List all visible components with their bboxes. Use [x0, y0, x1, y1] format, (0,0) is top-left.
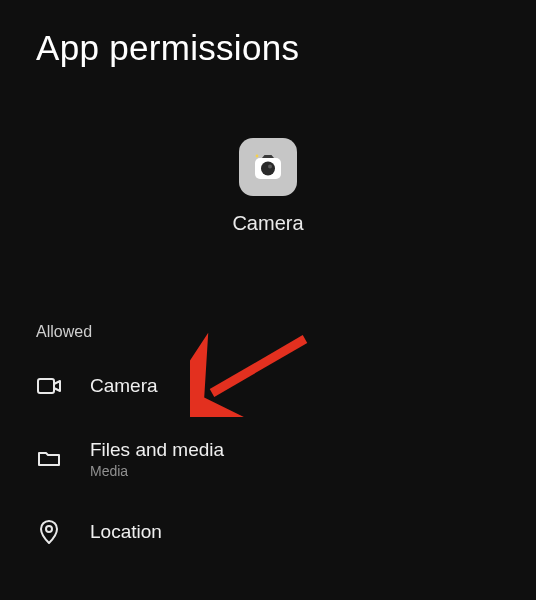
permission-sublabel: Media — [90, 463, 224, 479]
svg-rect-4 — [38, 379, 54, 393]
section-label-allowed: Allowed — [0, 323, 536, 341]
folder-icon — [36, 446, 62, 472]
app-icon — [239, 138, 297, 196]
svg-point-3 — [268, 165, 272, 169]
svg-point-0 — [256, 155, 259, 158]
page-title: App permissions — [0, 0, 536, 68]
svg-point-5 — [46, 526, 52, 532]
permission-list-allowed: Camera Files and media Media Location — [0, 353, 536, 565]
camera-app-icon — [248, 147, 288, 187]
camera-icon — [36, 373, 62, 399]
permission-item-files[interactable]: Files and media Media — [36, 419, 500, 499]
svg-point-2 — [261, 162, 275, 176]
permission-label: Location — [90, 521, 162, 543]
permission-label: Files and media — [90, 439, 224, 461]
app-name: Camera — [232, 212, 303, 235]
permission-label: Camera — [90, 375, 158, 397]
permission-item-camera[interactable]: Camera — [36, 353, 500, 419]
app-info: Camera — [0, 138, 536, 235]
location-icon — [36, 519, 62, 545]
permission-item-location[interactable]: Location — [36, 499, 500, 565]
